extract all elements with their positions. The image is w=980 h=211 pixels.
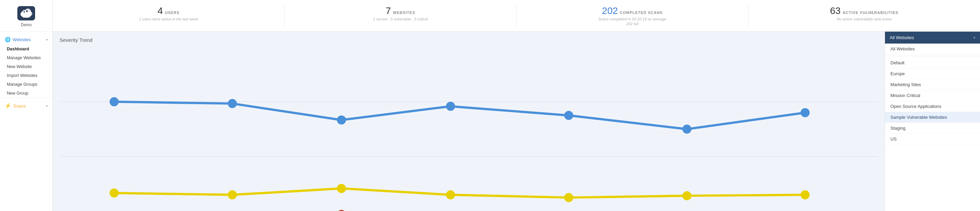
completed-scans-sub2: 202 full — [626, 22, 638, 26]
svg-rect-3 — [23, 15, 29, 18]
svg-point-19 — [682, 125, 692, 134]
websites-count: 7 — [385, 5, 391, 16]
svg-point-16 — [337, 115, 346, 125]
sidebar-scans-section: ⚡ Scans ▾ — [0, 98, 52, 114]
users-label: USERS — [165, 11, 180, 14]
svg-point-21 — [110, 189, 119, 198]
dropdown-item-europe[interactable]: Europe — [885, 68, 980, 79]
websites-label: WEBSITES — [393, 11, 415, 14]
sidebar-logo: Demo — [0, 0, 52, 32]
svg-point-18 — [564, 111, 573, 120]
dropdown-header-label: All Websites — [890, 35, 914, 40]
dropdown-item-all-websites[interactable]: All Websites — [885, 44, 980, 54]
sidebar: Demo 🌐 Websites ▾ Dashboard Manage Websi… — [0, 0, 53, 211]
dropdown-item-default[interactable]: Default — [885, 57, 980, 68]
users-count: 4 — [158, 5, 163, 16]
logo-icon — [18, 6, 35, 21]
svg-point-5 — [25, 8, 31, 14]
stat-completed-scans: 202 COMPLETED SCANS Scans completed in 0… — [517, 3, 748, 28]
svg-point-25 — [564, 193, 573, 202]
svg-point-8 — [26, 11, 28, 12]
svg-point-20 — [800, 108, 810, 117]
dropdown-item-sample-vulnerable[interactable]: Sample Vulnerable Websites — [885, 112, 980, 123]
sidebar-item-dashboard[interactable]: Dashboard — [0, 44, 52, 54]
dropdown-divider — [885, 56, 980, 56]
scans-chevron-icon: ▾ — [46, 104, 48, 108]
sidebar-item-manage-groups[interactable]: Manage Groups — [0, 80, 52, 89]
dropdown-header[interactable]: All Websites ▾ — [885, 32, 980, 44]
dropdown-panel: All Websites ▾ All Websites Default Euro… — [885, 32, 980, 211]
sidebar-item-new-website[interactable]: New Website — [0, 62, 52, 71]
vuln-count: 63 — [830, 5, 841, 16]
stat-active-vulnerabilities: 63 ACTIVE VULNERABILITIES No active vuln… — [748, 3, 980, 28]
svg-point-17 — [446, 102, 455, 111]
dropdown-item-marketing-sites[interactable]: Marketing Sites — [885, 79, 980, 90]
sidebar-websites-header[interactable]: 🌐 Websites ▾ — [0, 34, 52, 44]
svg-point-14 — [110, 97, 119, 106]
vuln-label: ACTIVE VULNERABILITIES — [843, 11, 899, 14]
dropdown-item-staging[interactable]: Staging — [885, 123, 980, 134]
svg-point-24 — [446, 190, 455, 200]
chevron-down-icon: ▾ — [46, 38, 48, 41]
websites-label: Websites — [13, 37, 31, 42]
sidebar-demo-label: Demo — [21, 22, 32, 27]
globe-icon: 🌐 — [5, 37, 11, 42]
completed-scans-count: 202 — [602, 5, 618, 16]
completed-scans-sub: Scans completed in 00:20:19 on average — [598, 17, 667, 21]
main-content: 4 USERS 2 users were active in the last … — [53, 0, 980, 211]
chart-title: Severity Trend — [60, 37, 878, 43]
chevron-down-icon: ▾ — [974, 36, 975, 40]
vuln-sub: No active vulnerability task exists — [837, 17, 891, 21]
completed-scans-label: COMPLETED SCANS — [620, 11, 663, 14]
dropdown-item-mission-critical[interactable]: Mission Critical — [885, 90, 980, 101]
chart-area — [60, 47, 878, 211]
svg-point-7 — [24, 11, 25, 13]
svg-point-23 — [337, 184, 346, 193]
stats-bar: 4 USERS 2 users were active in the last … — [53, 0, 980, 32]
content-area: Severity Trend — [53, 32, 980, 211]
svg-point-22 — [228, 190, 237, 200]
sidebar-item-import-websites[interactable]: Import Websites — [0, 71, 52, 80]
sidebar-nav: 🌐 Websites ▾ Dashboard Manage Websites N… — [0, 32, 52, 211]
dropdown-item-us[interactable]: US — [885, 134, 980, 144]
svg-point-15 — [228, 99, 237, 108]
sidebar-item-manage-websites[interactable]: Manage Websites — [0, 54, 52, 62]
sidebar-scans-header[interactable]: ⚡ Scans ▾ — [0, 100, 52, 112]
svg-point-26 — [682, 191, 692, 200]
sidebar-item-new-group[interactable]: New Group — [0, 89, 52, 98]
scans-label: Scans — [13, 103, 25, 109]
stat-websites: 7 WEBSITES 2 secure , 5 vulnerable , 3 c… — [285, 3, 517, 28]
websites-sub: 2 secure , 5 vulnerable , 3 critical — [373, 17, 428, 21]
svg-point-27 — [800, 190, 810, 200]
chart-panel: Severity Trend — [53, 32, 885, 211]
stat-users: 4 USERS 2 users were active in the last … — [53, 3, 285, 28]
users-sub: 2 users were active in the last week — [139, 17, 198, 21]
dropdown-item-open-source[interactable]: Open Source Applications — [885, 101, 980, 112]
bolt-icon: ⚡ — [5, 103, 11, 109]
